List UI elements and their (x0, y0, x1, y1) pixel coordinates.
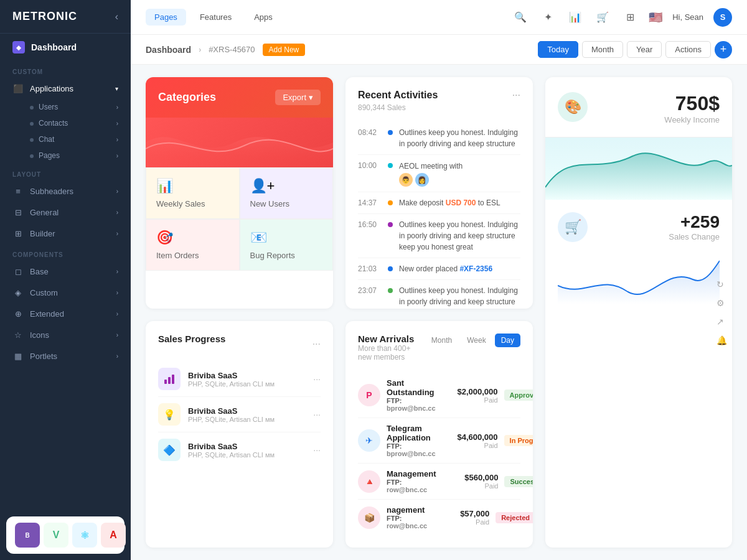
categories-title: Categories (158, 91, 216, 104)
subheader: Dashboard › #XRS-45670 Add New Today Mon… (131, 35, 747, 65)
sidebar-item-dashboard[interactable]: ◆ Dashboard (0, 34, 131, 61)
portlets-icon: ▦ (12, 350, 24, 362)
vue-icon[interactable]: V (44, 523, 68, 548)
status-badge: Rejected (496, 512, 533, 523)
refresh-icon[interactable]: ↻ (716, 279, 727, 289)
cart-icon[interactable]: 🛒 (594, 9, 611, 26)
applications-icon: ⬛ (12, 83, 24, 94)
activities-menu[interactable]: ··· (512, 90, 520, 101)
sales-item: Briviba SaaS PHP, SQLite, Artisan CLI мм… (158, 362, 321, 397)
arrivals-title: New Arrivals (358, 334, 425, 344)
cat-tile-bug-reports[interactable]: 📧 Bug Reports (240, 219, 334, 271)
arrivals-tabs: Month Week Day (425, 334, 520, 347)
grid-icon[interactable]: ⊞ (621, 9, 639, 26)
status-badge: Approved (504, 390, 533, 401)
send-icon[interactable]: ↗ (716, 317, 727, 327)
item-orders-label: Item Orders (156, 251, 199, 260)
month-button[interactable]: Month (582, 41, 623, 58)
custom2-icon: ◈ (12, 287, 24, 298)
sidebar-toggle[interactable]: ‹ (115, 11, 118, 22)
arrivals-logo: 📦 (358, 506, 380, 529)
breadcrumb-separator: › (199, 45, 201, 54)
breadcrumb-id: #XRS-45670 (209, 45, 255, 54)
sidebar-logo: METRONIC ‹ (0, 0, 131, 34)
icons-nav-icon: ☆ (12, 329, 24, 340)
chevron-right-icon: › (116, 136, 118, 143)
actions-button[interactable]: Actions (665, 41, 711, 58)
react-icon[interactable]: ⚛ (72, 523, 97, 548)
topnav-links: Pages Features Apps (146, 9, 281, 26)
user-avatar[interactable]: S (713, 8, 732, 27)
activities-header: Recent Activities ··· (358, 90, 520, 101)
sales-change-amount: +259 (669, 212, 720, 232)
subheader-actions: Today Month Year Actions + (538, 41, 732, 58)
status-badge: Success (504, 476, 533, 487)
year-button[interactable]: Year (627, 41, 662, 58)
sales-item-dots3[interactable]: ··· (313, 445, 321, 455)
arrivals-amount: $4,600,000 Paid (442, 432, 498, 449)
user-greeting: Hi, Sean (672, 12, 703, 22)
framework-bar: B V ⚛ A (6, 516, 125, 554)
bell-icon[interactable]: 🔔 (716, 335, 727, 345)
cat-tile-item-orders[interactable]: 🎯 Item Orders (146, 219, 240, 271)
sidebar-item-users[interactable]: Users › (0, 99, 131, 115)
sales-dots-menu[interactable]: ··· (312, 338, 321, 350)
export-button[interactable]: Export ▾ (275, 90, 321, 105)
avatar: 👨 (399, 173, 413, 187)
search-icon[interactable]: 🔍 (512, 9, 529, 26)
new-users-label: New Users (250, 199, 290, 208)
stats-card: 🎨 750$ Weekly Income (545, 77, 732, 548)
layout-section-label: LAYOUT (0, 164, 131, 180)
topnav-pages-btn[interactable]: Pages (146, 9, 186, 26)
sidebar-item-extended[interactable]: ⊕ Extended › (0, 303, 131, 324)
sales-item-dots2[interactable]: ··· (313, 409, 321, 419)
cat-tile-new-users[interactable]: 👤+ New Users (240, 167, 334, 219)
top-navigation: Pages Features Apps 🔍 ✦ 📊 🛒 ⊞ 🇺🇸 Hi, Sea… (131, 0, 747, 35)
add-button[interactable]: + (715, 41, 732, 58)
topnav-features-btn[interactable]: Features (191, 9, 240, 26)
general-icon: ⊟ (12, 207, 24, 218)
tab-day[interactable]: Day (495, 334, 520, 347)
svg-rect-1 (168, 377, 171, 384)
cat-tile-weekly-sales[interactable]: 📊 Weekly Sales (146, 167, 240, 219)
flag-icon[interactable]: 🇺🇸 (649, 11, 662, 24)
categories-grid: 📊 Weekly Sales 👤+ New Users 🎯 Item Order… (146, 167, 333, 271)
sidebar-item-contacts[interactable]: Contacts › (0, 115, 131, 131)
arrivals-row: P Sant Outstanding FTP: bprow@bnc.cc $2,… (358, 373, 520, 418)
activities-card: Recent Activities ··· 890,344 Sales 08:4… (345, 77, 533, 309)
sidebar-item-general[interactable]: ⊟ General › (0, 202, 131, 223)
deposit-link[interactable]: USD 700 (446, 198, 476, 207)
categories-wave (146, 118, 333, 167)
sales-item-info3: Briviba SaaS PHP, SQLite, Artisan CLI мм (188, 442, 306, 459)
arrivals-logo: P (358, 384, 380, 406)
sidebar-item-chat[interactable]: Chat › (0, 131, 131, 147)
sales-item-dots[interactable]: ··· (313, 374, 321, 384)
sidebar-item-applications[interactable]: ⬛ Applications ▾ (0, 78, 131, 99)
sidebar-item-icons[interactable]: ☆ Icons › (0, 324, 131, 345)
content-area: Categories Export ▾ (131, 65, 747, 560)
sidebar-item-subheaders[interactable]: ≡ Subheaders › (0, 180, 131, 202)
sidebar-item-builder[interactable]: ⊞ Builder › (0, 223, 131, 244)
add-new-button[interactable]: Add New (263, 44, 306, 56)
today-button[interactable]: Today (538, 41, 578, 58)
topnav-right: 🔍 ✦ 📊 🛒 ⊞ 🇺🇸 Hi, Sean S (512, 8, 732, 27)
settings-icon[interactable]: ⚙ (716, 298, 727, 308)
sidebar-item-custom2[interactable]: ◈ Custom › (0, 282, 131, 303)
topnav-apps-btn[interactable]: Apps (245, 9, 281, 26)
order-link[interactable]: #XF-2356 (459, 264, 492, 273)
sidebar-item-portlets[interactable]: ▦ Portlets › (0, 345, 131, 366)
activity-dot (388, 288, 393, 293)
chart-icon[interactable]: 📊 (566, 9, 584, 26)
sales-item-icon2: 💡 (158, 403, 181, 426)
activity-dot (388, 266, 393, 271)
sales-item-icon3: 🔷 (158, 439, 181, 461)
tab-month[interactable]: Month (425, 334, 458, 347)
bootstrap-icon[interactable]: B (15, 523, 40, 548)
sidebar-item-base[interactable]: ◻ Base › (0, 261, 131, 282)
sidebar-item-pages[interactable]: Pages › (0, 147, 131, 164)
network-icon[interactable]: ✦ (539, 9, 557, 26)
tab-week[interactable]: Week (461, 334, 492, 347)
angular-icon[interactable]: A (101, 523, 126, 548)
arrivals-info: nagement FTP: row@bnc.cc (387, 505, 427, 530)
activity-item: 08:42 Outlines keep you honest. Indulgin… (358, 122, 520, 155)
